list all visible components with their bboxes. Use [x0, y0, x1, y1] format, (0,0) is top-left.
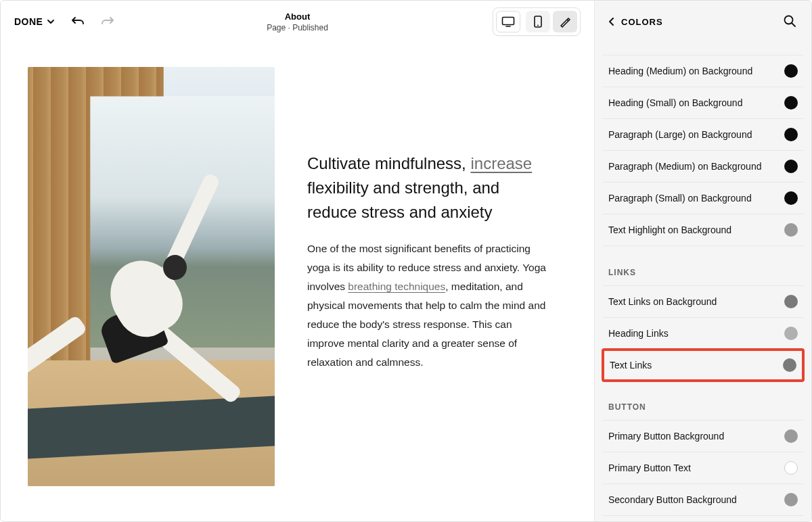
links-section-label: LINKS: [603, 246, 803, 285]
color-row-label: Heading (Small) on Background: [608, 97, 742, 108]
color-swatch[interactable]: [784, 493, 798, 506]
link-color-row[interactable]: Text Links: [602, 348, 805, 382]
text-color-row[interactable]: Paragraph (Medium) on Background: [603, 151, 803, 183]
hero-image[interactable]: [28, 67, 275, 486]
scene-person: [53, 185, 250, 436]
svg-line-4: [567, 20, 568, 21]
body-paragraph[interactable]: One of the most significant benefits of …: [307, 239, 551, 372]
desktop-view-button[interactable]: [496, 11, 520, 32]
button-color-row[interactable]: Primary Button Background: [603, 420, 803, 452]
color-row-label: Paragraph (Medium) on Background: [608, 161, 761, 172]
body-link[interactable]: breathing techniques: [348, 281, 445, 292]
done-label: DONE: [14, 16, 43, 27]
text-color-row[interactable]: Heading (Small) on Background: [603, 87, 803, 119]
color-row-label: Text Highlight on Background: [608, 224, 731, 235]
color-swatch[interactable]: [784, 327, 798, 340]
button-section-label: BUTTON: [603, 381, 803, 420]
headline-part-2: flexibility and strength, and reduce str…: [307, 179, 499, 221]
headline-part-1: Cultivate mindfulness,: [307, 154, 470, 172]
editor-area: DONE About Page · Published: [1, 1, 595, 521]
styles-panel-button[interactable]: [553, 11, 577, 32]
mobile-view-button[interactable]: [526, 11, 550, 32]
color-swatch[interactable]: [784, 223, 798, 237]
page-title: About: [267, 11, 328, 22]
chevron-left-icon: [608, 17, 614, 26]
undo-button[interactable]: [71, 15, 85, 28]
styles-sidebar: COLORS Heading (Medium) on BackgroundHea…: [595, 1, 811, 521]
panel-body: Heading (Medium) on BackgroundHeading (S…: [595, 43, 811, 516]
color-swatch[interactable]: [783, 358, 796, 372]
color-swatch[interactable]: [784, 64, 798, 78]
svg-point-5: [785, 16, 793, 24]
chevron-down-icon: [47, 18, 55, 26]
headline-link[interactable]: increase: [470, 154, 532, 172]
redo-icon: [101, 15, 114, 28]
color-row-label: Paragraph (Large) on Background: [608, 129, 752, 140]
back-button[interactable]: COLORS: [608, 17, 663, 27]
color-swatch[interactable]: [784, 295, 798, 308]
page-subtitle: Page · Published: [267, 23, 328, 32]
text-color-row[interactable]: Paragraph (Large) on Background: [603, 119, 803, 151]
color-row-label: Paragraph (Small) on Background: [608, 193, 752, 204]
svg-line-6: [792, 24, 796, 27]
color-swatch[interactable]: [784, 191, 798, 205]
svg-point-3: [537, 25, 539, 26]
topbar-left: DONE: [14, 15, 114, 28]
sidebar-header: COLORS: [595, 1, 811, 43]
page-canvas[interactable]: Cultivate mindfulness, increase flexibil…: [1, 43, 594, 521]
color-row-label: Primary Button Background: [608, 431, 724, 442]
button-color-row[interactable]: Primary Button Text: [603, 452, 803, 484]
mobile-icon: [534, 16, 542, 28]
button-color-row[interactable]: Secondary Button Background: [603, 484, 803, 516]
text-color-row[interactable]: Heading (Medium) on Background: [603, 55, 803, 87]
desktop-icon: [501, 16, 515, 27]
color-swatch[interactable]: [784, 128, 798, 141]
links-color-group: Text Links on BackgroundHeading LinksTex…: [603, 285, 803, 382]
link-color-row[interactable]: Text Links on Background: [603, 285, 803, 318]
topbar-center: About Page · Published: [267, 11, 328, 32]
color-row-label: Text Links on Background: [608, 296, 717, 307]
color-row-label: Primary Button Text: [608, 462, 691, 473]
color-swatch[interactable]: [784, 160, 798, 173]
search-button[interactable]: [783, 14, 798, 29]
undo-icon: [71, 15, 85, 28]
editor-topbar: DONE About Page · Published: [1, 1, 594, 43]
button-color-group: Primary Button BackgroundPrimary Button …: [603, 420, 803, 516]
text-color-row[interactable]: Paragraph (Small) on Background: [603, 183, 803, 214]
color-swatch[interactable]: [784, 429, 798, 443]
redo-button[interactable]: [101, 15, 114, 28]
color-row-label: Heading Links: [608, 328, 669, 339]
link-color-row[interactable]: Heading Links: [603, 318, 803, 350]
headline-text[interactable]: Cultivate mindfulness, increase flexibil…: [307, 151, 551, 224]
done-button[interactable]: DONE: [14, 16, 55, 27]
body-part-2: , meditation, and physical movements tha…: [307, 281, 545, 368]
color-swatch[interactable]: [784, 461, 798, 475]
color-row-label: Text Links: [610, 360, 652, 371]
paintbrush-icon: [559, 16, 571, 28]
svg-rect-0: [503, 18, 514, 25]
device-toolbar: [493, 7, 581, 36]
search-icon: [783, 14, 796, 28]
text-color-row[interactable]: Text Highlight on Background: [603, 214, 803, 246]
content-column: Cultivate mindfulness, increase flexibil…: [307, 67, 551, 497]
color-row-label: Heading (Medium) on Background: [608, 66, 752, 76]
color-row-label: Secondary Button Background: [608, 494, 737, 505]
color-swatch[interactable]: [784, 96, 798, 110]
text-color-group: Heading (Medium) on BackgroundHeading (S…: [603, 55, 803, 246]
panel-title: COLORS: [621, 17, 663, 27]
